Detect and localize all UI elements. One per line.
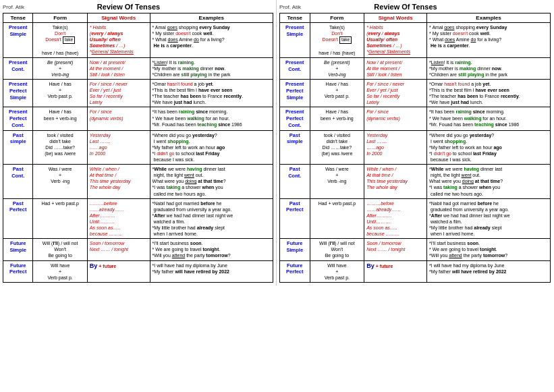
left-table-container: Prof. Atik Review Of Tenses Tense Form S… [0, 0, 277, 285]
tense-future-simple-left: Future Simple [3, 239, 33, 260]
row-present-perfect-cont-left: Present Perfect Cont. Have / has been + … [3, 107, 273, 130]
example-past-perfect-left: *Nabil had got married before he graduat… [150, 198, 273, 239]
example-past-simple-right: *Where did you go yesterday? I went shop… [427, 130, 551, 164]
form-past-perfect-right: Had + verb past.p [310, 198, 364, 239]
tense-present-perfect-cont-left: Present Perfect Cont. [3, 107, 33, 130]
example-present-perfect-simple-right: *Omar hasn't found a job yet. *This is t… [427, 80, 551, 107]
tense-present-perfect-cont-right: Present Perfect Cont. [280, 107, 310, 130]
tense-future-simple-right: Future Simple [280, 239, 310, 260]
example-future-simple-left: *I'll start business soon. * We are goin… [150, 239, 273, 260]
example-past-cont-right: *While we were having dinner last night,… [427, 165, 551, 198]
tense-past-perfect-right: Past Perfect [280, 198, 310, 239]
col-tense-left: Tense [3, 13, 33, 23]
signal-present-perfect-cont-left: For / since (dynamic verbs) [87, 107, 150, 130]
col-form-right: Form [310, 13, 364, 23]
signal-past-simple-right: Yesterday Last ……. ……ago In 2000 [364, 130, 427, 164]
row-past-perfect-left: Past Perfect Had + verb past.p ………before… [3, 198, 273, 239]
tense-future-perfect-left: Future Perfect [3, 260, 33, 282]
tense-present-cont-left: Present Cont. [3, 57, 33, 79]
form-future-simple-left: Will (I'll) / will not Won't Be going to [33, 239, 87, 260]
signal-present-perfect-cont-right: For / since (dynamic verbs) [364, 107, 427, 130]
row-past-cont-left: Past Cont. Was / were + Verb -ing While … [3, 165, 273, 198]
example-present-cont-right: *Listen! It is raining. *My mother is ma… [427, 57, 551, 79]
row-past-perfect-right: Past Perfect Had + verb past.p ………before… [280, 198, 551, 239]
signal-present-cont-left: Now / at present/ At the moment / Still … [87, 57, 150, 79]
example-present-simple-left: * Amal goes shopping every Sunday * My s… [150, 23, 273, 58]
form-past-simple-left: took / visited didn't take Did ……take? (… [33, 130, 87, 164]
form-present-perfect-simple-right: Have / has + Verb past p. [310, 80, 364, 107]
example-present-perfect-simple-left: *Omar hasn't found a job yet. *This is t… [150, 80, 273, 107]
left-author: Prof. Atik [3, 4, 24, 10]
row-present-perfect-simple-right: Present Perfect Simple Have / has + Verb… [280, 80, 551, 107]
form-past-simple-right: took / visited didn't take Did ……take? (… [310, 130, 364, 164]
form-past-cont-left: Was / were + Verb -ing [33, 165, 87, 198]
right-tenses-table: Tense Form Signal Words Examples Present… [279, 13, 551, 283]
form-present-perfect-cont-right: Have / has been + verb-ing [310, 107, 364, 130]
tense-past-simple-left: Past simple [3, 130, 33, 164]
tense-past-cont-right: Past Cont. [280, 165, 310, 198]
form-present-perfect-simple-left: Have / has + Verb past p. [33, 80, 87, 107]
tense-present-perfect-simple-right: Present Perfect Simple [280, 80, 310, 107]
right-author: Prof. Atik [279, 4, 301, 10]
form-present-simple-left: Take(s) Don't Doesn't take have / has (h… [33, 23, 87, 58]
form-present-cont-right: Be (present) + Verb-ing [310, 57, 364, 79]
signal-past-perfect-left: ………before ……already…… After………. Until………… [87, 198, 150, 239]
signal-past-cont-right: While / when / At that time / This time … [364, 165, 427, 198]
right-table-container: Prof. Atik Review Of Tenses Tense Form S… [277, 0, 553, 285]
row-future-simple-left: Future Simple Will (I'll) / will not Won… [3, 239, 273, 260]
example-future-simple-right: *I'll start business soon. * We are goin… [427, 239, 551, 260]
col-signal-right: Signal Words [364, 13, 427, 23]
row-past-cont-right: Past Cont. Was / were + Verb -ing While … [280, 165, 551, 198]
tense-past-simple-right: Past simple [280, 130, 310, 164]
right-header: Prof. Atik Review Of Tenses [279, 3, 551, 11]
row-present-cont-right: Present Cont. Be (present) + Verb-ing No… [280, 57, 551, 79]
col-examples-right: Examples [427, 13, 551, 23]
form-present-cont-left: Be (present) + Verb-ing [33, 57, 87, 79]
form-future-perfect-right: Will have + Verb past p. [310, 260, 364, 282]
row-past-simple-left: Past simple took / visited didn't take D… [3, 130, 273, 164]
signal-past-perfect-right: ………before ……already…… After………. Until………… [364, 198, 427, 239]
example-past-simple-left: *Where did you go yesterday? I went shop… [150, 130, 273, 164]
row-present-cont-left: Present Cont. Be (present) + Verb-ing No… [3, 57, 273, 79]
example-past-cont-left: *While we were having dinner last night,… [150, 165, 273, 198]
tense-future-perfect-right: Future Perfect [280, 260, 310, 282]
tense-present-perfect-simple-left: Present Perfect Simple [3, 80, 33, 107]
row-present-perfect-simple-left: Present Perfect Simple Have / has + Verb… [3, 80, 273, 107]
form-present-perfect-cont-left: Have / has been + verb-ing [33, 107, 87, 130]
signal-future-simple-right: Soon / tomorrow Next …… / tonight [364, 239, 427, 260]
tense-present-simple-right: Present Simple [280, 23, 310, 58]
signal-present-perfect-simple-right: For / since / never Ever / yet / just So… [364, 80, 427, 107]
row-present-simple-left: Present Simple Take(s) Don't Doesn't tak… [3, 23, 273, 58]
left-title: Review Of Tenses [24, 3, 233, 11]
signal-present-simple-right: * Habits (every / always Usually/ often … [364, 23, 427, 58]
example-present-perfect-cont-left: *It has been raining since morning. * We… [150, 107, 273, 130]
right-title: Review Of Tenses [301, 3, 510, 11]
left-header: Prof. Atik Review Of Tenses [3, 3, 273, 11]
form-past-cont-right: Was / were + Verb -ing [310, 165, 364, 198]
form-future-simple-right: Will (I'll) / will not Won't Be going to [310, 239, 364, 260]
col-form-left: Form [33, 13, 87, 23]
tense-present-cont-right: Present Cont. [280, 57, 310, 79]
example-past-perfect-right: *Nabil had got married before he graduat… [427, 198, 551, 239]
row-present-perfect-cont-right: Present Perfect Cont. Have / has been + … [280, 107, 551, 130]
example-future-perfect-right: *I will have had my diploma by June *My … [427, 260, 551, 282]
example-present-perfect-cont-right: *It has been raining since morning. * We… [427, 107, 551, 130]
row-future-simple-right: Future Simple Will (I'll) / will not Won… [280, 239, 551, 260]
form-future-perfect-left: Will have + Verb past p. [33, 260, 87, 282]
signal-present-cont-right: Now / at present/ At the moment / Still … [364, 57, 427, 79]
tense-present-simple-left: Present Simple [3, 23, 33, 58]
form-present-simple-right: Take(s) Don't Doesn't take have / has (h… [310, 23, 364, 58]
signal-present-perfect-simple-left: For / since / never Ever / yet / just So… [87, 80, 150, 107]
signal-present-simple-left: * Habits (every / always Usually/ often … [87, 23, 150, 58]
col-examples-left: Examples [150, 13, 273, 23]
row-future-perfect-right: Future Perfect Will have + Verb past p. … [280, 260, 551, 282]
col-tense-right: Tense [280, 13, 310, 23]
form-past-perfect-left: Had + verb past.p [33, 198, 87, 239]
example-future-perfect-left: *I will have had my diploma by June *My … [150, 260, 273, 282]
signal-future-perfect-left: By + future [87, 260, 150, 282]
left-tenses-table: Tense Form Signal Words Examples Present… [3, 13, 273, 283]
signal-future-simple-left: Soon / tomorrow Next …… / tonight [87, 239, 150, 260]
example-present-simple-right: * Amal goes shopping every Sunday * My s… [427, 23, 551, 58]
col-signal-left: Signal Words [87, 13, 150, 23]
row-present-simple-right: Present Simple Take(s) Don't Doesn't tak… [280, 23, 551, 58]
